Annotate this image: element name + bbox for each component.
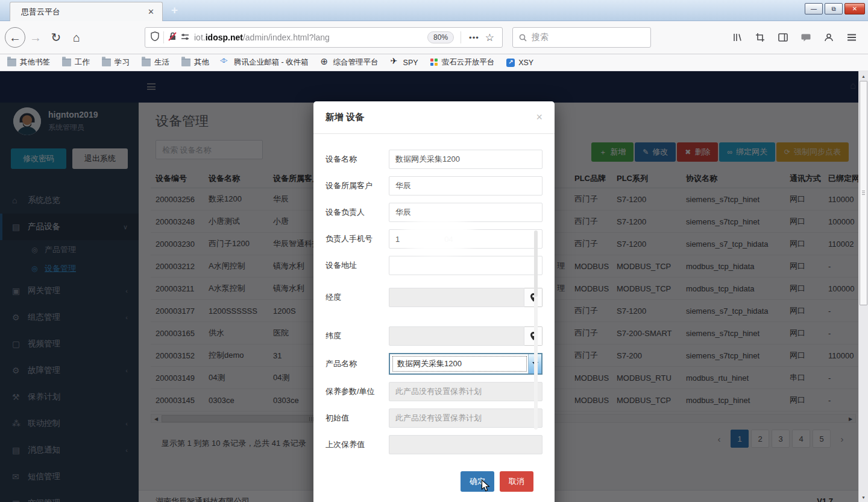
page-actions-icon[interactable]: ••• [469,33,479,42]
new-tab-button[interactable]: + [171,4,178,17]
modal-form: 设备名称 数据网关采集1200 数据网关采集1200 [313,134,555,492]
bookmark-label: 综合管理平台 [333,57,379,68]
field-label: 初始值 [326,408,389,428]
modal-close-icon[interactable]: × [536,111,542,124]
field-input[interactable]: 数据网关采集1200 [389,150,542,169]
forward-button[interactable]: → [25,27,46,48]
form-field-row: 设备名称 数据网关采集1200 数据网关采集1200 [326,150,542,169]
field-label: 设备所属客户 [326,176,389,195]
form-field-row: 产品名称 数据网关采集1200 数据网关采集1200 [326,353,542,375]
home-button[interactable]: ⌂ [66,27,87,48]
url-text[interactable]: iot.idosp.net/admin/index.html?lang [194,33,425,42]
permissions-icon[interactable] [181,32,189,43]
bookmark-item[interactable]: 其他书签 [7,57,50,68]
bookmark-icon [181,59,190,66]
account-icon[interactable] [817,27,840,48]
field-input[interactable] [389,326,524,346]
browser-tab[interactable]: 思普云平台 ✕ [10,2,163,21]
bookmark-item[interactable]: 其他 [181,57,209,68]
shield-icon[interactable] [151,31,159,43]
web-page: ⌂ hignton2019 系统管理员 修改密码 退出系统 [0,71,868,502]
bookmark-label: 工作 [75,57,90,68]
bookmark-label: 其他 [194,57,209,68]
bookmark-item[interactable]: 综合管理平台 [321,57,379,68]
back-button[interactable]: ← [5,27,25,48]
search-icon [519,34,527,42]
browser-toolbar: ← → ↻ ⌂ iot.idosp.net/admin/index.html?l… [0,21,868,54]
bookmark-item[interactable]: XSY [506,59,533,67]
form-field-row: 设备地址 [326,256,542,275]
bookmark-item[interactable]: 工作 [62,57,90,68]
field-input[interactable]: 此产品没有设置保养计划 [389,382,542,401]
window-minimize-button[interactable]: — [805,3,823,14]
product-select[interactable]: 数据网关采集1200 [389,353,542,375]
bookmark-label: 萤石云开放平台 [442,57,495,68]
bookmark-star-icon[interactable]: ☆ [485,31,494,44]
field-label: 设备地址 [326,256,389,275]
bookmark-item[interactable]: SPY [391,59,418,67]
bookmarks-bar: 其他书签 工作 学习 生活 其他 腾讯企业邮箱 - 收件箱 综合管理平台 [0,54,868,71]
bookmark-icon [142,59,151,66]
window-close-button[interactable]: ✕ [844,3,865,14]
browser-search-box[interactable]: 搜索 [512,27,651,48]
bookmark-icon [7,59,16,66]
field-label: 保养参数/单位 [326,382,389,401]
bookmark-label: SPY [403,59,418,67]
redaction-blob [402,217,476,255]
mouse-cursor [481,480,491,495]
field-label: 纬度 [326,326,389,346]
form-field-row: 初始值 此产品没有设置保养计划 此产品没有设置保养计划 [326,408,542,428]
field-input[interactable]: 此产品没有设置保养计划 [389,408,542,428]
form-field-row: 纬度 [326,326,542,346]
screenshot-icon[interactable] [749,27,772,48]
field-input[interactable] [389,256,542,275]
form-field-row: 设备所属客户 华辰 华辰 [326,176,542,195]
field-label: 负责人手机号 [326,229,389,249]
tab-title: 思普云平台 [21,7,146,17]
bookmark-item[interactable]: 腾讯企业邮箱 - 收件箱 [221,57,309,68]
bookmark-icon [430,59,438,66]
modal-title: 新增 设备 [326,112,536,123]
reload-button[interactable]: ↻ [46,27,66,48]
vertical-scrollbar-thumb[interactable] [860,81,867,305]
cancel-button[interactable]: 取消 [500,471,533,492]
field-input[interactable] [389,435,542,454]
pocket-chat-icon[interactable] [794,27,817,48]
insecure-lock-icon[interactable] [168,32,177,43]
field-label: 产品名称 [326,353,389,375]
field-input[interactable]: 华辰 [389,203,542,222]
sidebar-toggle-icon[interactable] [772,27,794,48]
divider [163,31,164,43]
field-input[interactable] [389,288,524,307]
vertical-scrollbar[interactable]: ▲ ▼ [858,71,868,502]
scroll-up-arrow[interactable]: ▲ [859,71,868,81]
bookmark-icon [102,59,111,66]
menu-hamburger-icon[interactable] [840,27,863,48]
modal-scrollbar[interactable] [534,230,538,430]
tab-strip: 思普云平台 ✕ + — ⧉ ✕ [0,0,868,21]
bookmark-label: 学习 [115,57,130,68]
map-pin-button[interactable] [524,288,542,307]
bookmark-label: 其他书签 [20,57,50,68]
bookmark-icon [321,59,330,66]
field-input[interactable]: 华辰 [389,176,542,195]
bookmark-label: XSY [518,59,533,67]
add-device-modal: 新增 设备 × 设备名称 数据网关采集1200 数据网关采集1200 [313,101,555,502]
zoom-level-badge[interactable]: 80% [427,31,454,43]
tab-close-icon[interactable]: ✕ [146,7,156,16]
library-icon[interactable] [726,27,749,48]
bookmark-item[interactable]: 生活 [142,57,169,68]
scroll-down-arrow[interactable]: ▼ [859,492,868,502]
divider [461,31,461,43]
form-field-row: 经度 [326,288,542,307]
field-label: 上次保养值 [326,435,389,454]
bookmark-icon [506,59,515,67]
url-bar[interactable]: iot.idosp.net/admin/index.html?lang 80% … [145,27,503,48]
field-label: 设备名称 [326,150,389,169]
map-pin-button[interactable] [524,326,542,346]
bookmark-item[interactable]: 学习 [102,57,130,68]
bookmark-item[interactable]: 萤石云开放平台 [430,57,495,68]
window-restore-button[interactable]: ⧉ [825,3,843,14]
form-field-row: 负责人手机号 104 1 [326,229,542,249]
bookmark-icon [391,59,400,66]
